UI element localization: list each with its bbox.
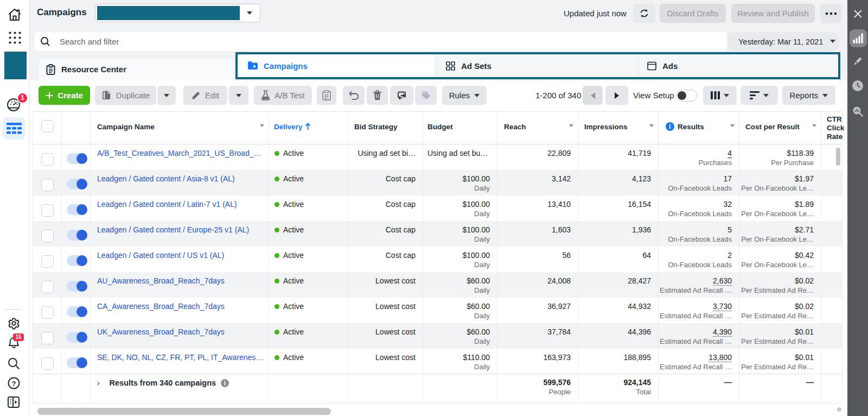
svg-text:?: ?: [12, 380, 16, 388]
